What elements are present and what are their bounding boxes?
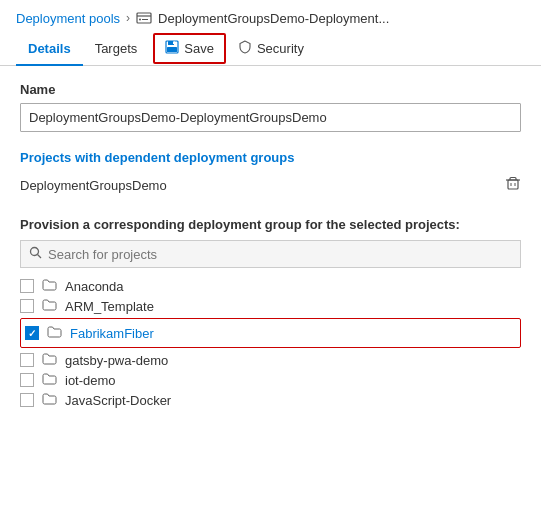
provision-label: Provision a corresponding deployment gro…: [20, 217, 521, 232]
svg-line-13: [38, 255, 42, 259]
list-item: ARM_Template: [20, 296, 521, 316]
breadcrumb-separator: ›: [126, 11, 130, 25]
list-item: JavaScript-Docker: [20, 390, 521, 410]
tabs-bar: Details Targets Save Security: [0, 32, 541, 66]
main-content: Name Projects with dependent deployment …: [0, 66, 541, 426]
search-box: [20, 240, 521, 268]
breadcrumb: Deployment pools › DeploymentGroupsDemo-…: [0, 0, 541, 32]
shield-icon: [238, 40, 252, 57]
security-label: Security: [257, 41, 304, 56]
svg-rect-8: [508, 180, 518, 189]
breadcrumb-current: DeploymentGroupsDemo-Deployment...: [158, 11, 389, 26]
checkbox-fabrikamfiber[interactable]: [25, 326, 39, 340]
svg-point-12: [31, 248, 39, 256]
svg-point-2: [139, 19, 141, 21]
dependent-project-name: DeploymentGroupsDemo: [20, 178, 167, 193]
name-label: Name: [20, 82, 521, 97]
checkbox-gatsby[interactable]: [20, 353, 34, 367]
svg-rect-7: [173, 42, 175, 45]
project-name-iot-demo: iot-demo: [65, 373, 116, 388]
project-folder-icon: [42, 352, 57, 368]
project-name-arm-template: ARM_Template: [65, 299, 154, 314]
checkbox-arm-template[interactable]: [20, 299, 34, 313]
tab-details[interactable]: Details: [16, 33, 83, 66]
save-icon: [165, 40, 179, 57]
deployment-group-icon: [136, 10, 152, 26]
project-list: Anaconda ARM_Template FabrikamFiber: [20, 276, 521, 410]
project-folder-icon: [42, 392, 57, 408]
project-folder-icon: [42, 278, 57, 294]
delete-icon[interactable]: [505, 175, 521, 195]
project-folder-icon: [42, 372, 57, 388]
list-item: iot-demo: [20, 370, 521, 390]
dependent-project-row: DeploymentGroupsDemo: [20, 171, 521, 199]
save-label: Save: [184, 41, 214, 56]
search-icon: [29, 246, 42, 262]
name-input[interactable]: [20, 103, 521, 132]
list-item: Anaconda: [20, 276, 521, 296]
project-name-javascript-docker: JavaScript-Docker: [65, 393, 171, 408]
search-input[interactable]: [48, 247, 512, 262]
checkbox-javascript-docker[interactable]: [20, 393, 34, 407]
checkbox-iot-demo[interactable]: [20, 373, 34, 387]
breadcrumb-link[interactable]: Deployment pools: [16, 11, 120, 26]
project-folder-icon: [47, 325, 62, 341]
project-name-anaconda: Anaconda: [65, 279, 124, 294]
list-item: gatsby-pwa-demo: [20, 350, 521, 370]
project-name-fabrikamfiber: FabrikamFiber: [70, 326, 154, 341]
list-item-fabrikamfiber: FabrikamFiber: [25, 321, 516, 345]
project-name-gatsby: gatsby-pwa-demo: [65, 353, 168, 368]
checkbox-anaconda[interactable]: [20, 279, 34, 293]
tab-security[interactable]: Security: [226, 32, 316, 65]
svg-rect-6: [167, 47, 177, 52]
save-button[interactable]: Save: [153, 33, 226, 64]
tab-targets[interactable]: Targets: [83, 33, 150, 66]
project-folder-icon: [42, 298, 57, 314]
projects-section-title: Projects with dependent deployment group…: [20, 150, 521, 165]
svg-rect-0: [137, 13, 151, 23]
